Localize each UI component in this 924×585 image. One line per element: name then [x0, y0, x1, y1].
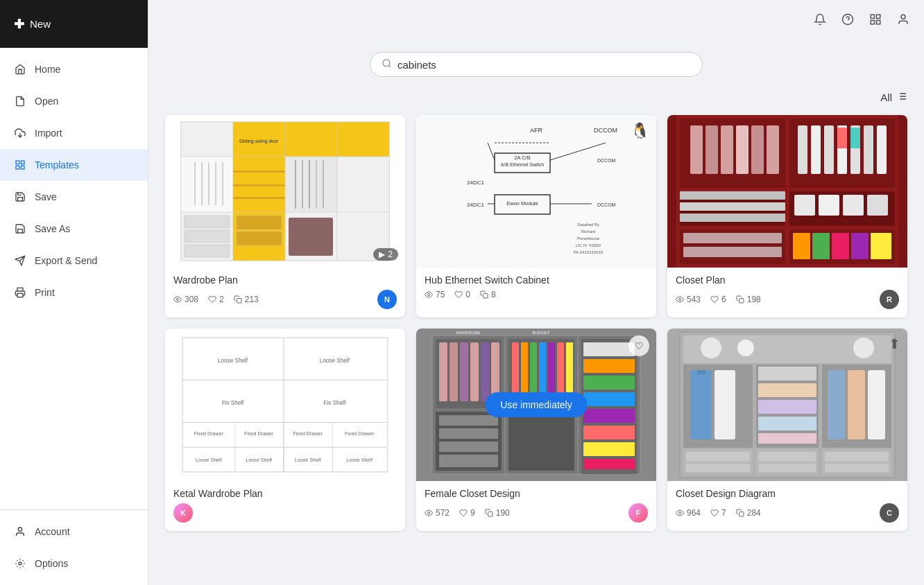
svg-rect-25: [181, 122, 233, 157]
sidebar-item-account-label: Account: [35, 526, 70, 537]
sidebar-item-save-as[interactable]: Save As: [0, 213, 148, 245]
copies-stat: 198: [736, 295, 761, 304]
svg-text:Fixed Drawer: Fixed Drawer: [293, 431, 323, 437]
search-bar-container: [165, 52, 907, 77]
template-card-image-female: WARDROBE BUDGET Use immediately ♡: [416, 329, 656, 481]
svg-text:Loose Shelf: Loose Shelf: [320, 358, 350, 364]
views-stat: 964: [676, 508, 701, 518]
save-icon: [14, 191, 26, 203]
sidebar-item-export-send[interactable]: Export & Send: [0, 245, 148, 277]
grid-icon[interactable]: [866, 10, 885, 29]
new-button[interactable]: ✚ New: [0, 0, 148, 48]
svg-text:Loose Shelf: Loose Shelf: [246, 457, 272, 463]
svg-rect-93: [824, 125, 834, 174]
svg-rect-11: [871, 15, 874, 18]
use-immediately-button[interactable]: Use immediately: [485, 392, 587, 417]
svg-rect-97: [877, 125, 887, 174]
svg-rect-89: [751, 125, 764, 174]
sidebar-item-account[interactable]: Account: [0, 516, 148, 548]
search-icon: [382, 58, 392, 71]
template-card-info-closet-design: Closet Design Diagram 964 7 284: [667, 481, 907, 531]
sidebar-item-templates-label: Templates: [35, 159, 79, 171]
template-card-wardrobe-plan[interactable]: Sliding swing door: [165, 115, 405, 317]
svg-rect-198: [828, 370, 845, 439]
svg-rect-90: [767, 125, 779, 174]
svg-rect-101: [680, 191, 785, 200]
svg-rect-105: [794, 195, 815, 216]
svg-text:Fixed Drawer: Fixed Drawer: [244, 431, 274, 437]
svg-rect-113: [793, 233, 810, 259]
svg-rect-2: [21, 161, 24, 164]
template-card-title-closet: Closet Plan: [676, 274, 899, 286]
svg-rect-188: [690, 370, 711, 439]
svg-rect-159: [548, 342, 555, 398]
svg-rect-157: [530, 342, 537, 398]
template-card-title-closet-design: Closet Design Diagram: [676, 488, 899, 499]
svg-rect-117: [871, 233, 891, 259]
svg-rect-53: [237, 232, 282, 245]
sidebar-item-save[interactable]: Save: [0, 181, 148, 213]
template-card-closet-design[interactable]: ⬆ Closet Design Diagram 964 7: [667, 329, 907, 531]
svg-rect-152: [481, 342, 489, 401]
likes-stat: 2: [208, 295, 224, 304]
notification-icon[interactable]: [810, 10, 830, 29]
sidebar-item-print[interactable]: Print: [0, 277, 148, 308]
svg-point-179: [428, 512, 430, 514]
svg-rect-39: [233, 197, 285, 199]
svg-rect-148: [439, 342, 447, 401]
svg-rect-174: [439, 442, 498, 452]
template-card-stats-wardrobe: 308 2 213 N: [173, 290, 397, 309]
svg-rect-119: [739, 299, 744, 304]
svg-rect-163: [583, 342, 635, 356]
template-card-title-female: Female Closet Design: [425, 488, 648, 499]
svg-text:Fix Shelf: Fix Shelf: [324, 400, 346, 406]
sidebar-item-options[interactable]: Options: [0, 548, 148, 579]
svg-rect-175: [439, 455, 498, 467]
filter-all-button[interactable]: All: [880, 91, 907, 104]
options-icon: [14, 557, 26, 570]
template-card-ketal-wardrobe[interactable]: Loose Shelf Loose Shelf Fix Shelf Fix Sh…: [165, 329, 405, 531]
svg-rect-103: [680, 213, 785, 222]
search-input[interactable]: [397, 59, 691, 71]
likes-stat: 0: [454, 290, 470, 299]
main-content: All Sliding swing door: [148, 0, 924, 585]
sidebar-item-home[interactable]: Home: [0, 53, 148, 85]
template-card-title-wardrobe: Wardrobe Plan: [173, 274, 397, 286]
svg-rect-194: [758, 400, 816, 414]
sidebar-item-import[interactable]: Import: [0, 117, 148, 149]
svg-rect-149: [450, 342, 458, 401]
svg-rect-193: [758, 383, 816, 397]
svg-rect-55: [289, 218, 333, 256]
template-card-female-closet[interactable]: WARDROBE BUDGET Use immediately ♡ Female…: [416, 329, 656, 531]
svg-rect-86: [705, 125, 718, 174]
template-card-info-closet: Closet Plan 543 6 198: [667, 268, 907, 317]
svg-rect-88: [736, 125, 748, 174]
avatar: R: [880, 290, 899, 309]
heart-button[interactable]: ♡: [628, 335, 649, 356]
svg-point-16: [383, 60, 390, 67]
svg-line-17: [388, 65, 391, 67]
svg-rect-110: [683, 233, 782, 243]
content-area: All Sliding swing door: [148, 38, 924, 585]
user-icon[interactable]: [893, 10, 913, 29]
svg-rect-167: [583, 409, 635, 423]
template-card-hub-ethernet[interactable]: AFR DCCOM 2A C/B A/B Ethernet Switch 24D…: [416, 115, 656, 317]
sidebar-item-open[interactable]: Open: [0, 85, 148, 117]
svg-rect-199: [848, 370, 865, 439]
svg-rect-192: [758, 367, 816, 381]
svg-rect-52: [237, 216, 282, 229]
template-card-info-female: Female Closet Design 572 9 190: [416, 481, 656, 531]
svg-rect-189: [715, 370, 735, 439]
help-icon[interactable]: [838, 10, 857, 29]
copies-stat: 8: [480, 290, 496, 299]
svg-rect-166: [583, 392, 635, 406]
svg-rect-115: [832, 233, 849, 259]
views-stat: 572: [425, 508, 450, 518]
copies-stat: 190: [485, 508, 510, 518]
svg-rect-111: [683, 247, 782, 257]
template-card-image-closet: [667, 115, 907, 268]
svg-text:Loose Shelf: Loose Shelf: [295, 457, 321, 463]
template-card-closet-plan[interactable]: Closet Plan 543 6 198: [667, 115, 907, 317]
template-card-stats-female: 572 9 190 F: [425, 503, 648, 523]
sidebar-item-templates[interactable]: Templates: [0, 149, 148, 181]
